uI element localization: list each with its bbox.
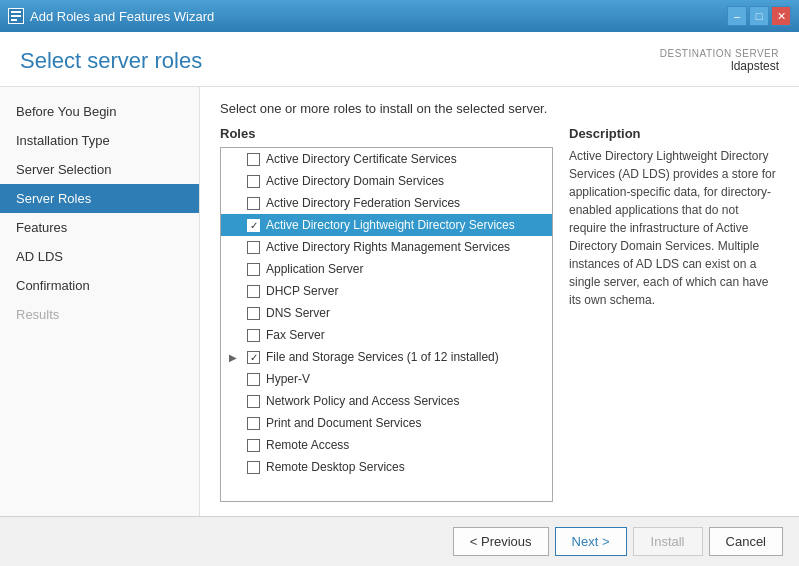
- role-name: Network Policy and Access Services: [266, 394, 459, 408]
- role-name: Remote Access: [266, 438, 349, 452]
- sidebar-item-confirmation[interactable]: Confirmation: [0, 271, 199, 300]
- roles-description-container: Roles Active Directory Certificate Servi…: [220, 126, 779, 502]
- role-item[interactable]: Active Directory Domain Services: [221, 170, 552, 192]
- header: Select server roles DESTINATION SERVER l…: [0, 32, 799, 87]
- role-item[interactable]: Hyper-V: [221, 368, 552, 390]
- role-item[interactable]: Active Directory Federation Services: [221, 192, 552, 214]
- role-item[interactable]: Print and Document Services: [221, 412, 552, 434]
- role-name: Active Directory Federation Services: [266, 196, 460, 210]
- role-item[interactable]: Fax Server: [221, 324, 552, 346]
- role-checkbox[interactable]: [247, 351, 260, 364]
- role-name: Hyper-V: [266, 372, 310, 386]
- role-item[interactable]: DHCP Server: [221, 280, 552, 302]
- sidebar-item-features[interactable]: Features: [0, 213, 199, 242]
- role-name: File and Storage Services (1 of 12 insta…: [266, 350, 499, 364]
- role-checkbox[interactable]: [247, 241, 260, 254]
- description-section: Description Active Directory Lightweight…: [569, 126, 779, 502]
- role-checkbox[interactable]: [247, 461, 260, 474]
- close-button[interactable]: ✕: [771, 6, 791, 26]
- role-checkbox[interactable]: [247, 153, 260, 166]
- role-item[interactable]: Active Directory Lightweight Directory S…: [221, 214, 552, 236]
- role-name: Remote Desktop Services: [266, 460, 405, 474]
- role-checkbox[interactable]: [247, 219, 260, 232]
- role-name: Fax Server: [266, 328, 325, 342]
- main-content: Select one or more roles to install on t…: [200, 87, 799, 516]
- role-item[interactable]: ▶File and Storage Services (1 of 12 inst…: [221, 346, 552, 368]
- sidebar-item-ad-lds[interactable]: AD LDS: [0, 242, 199, 271]
- role-checkbox[interactable]: [247, 373, 260, 386]
- titlebar-left: Add Roles and Features Wizard: [8, 8, 214, 24]
- destination-name: ldapstest: [660, 59, 779, 73]
- minimize-button[interactable]: –: [727, 6, 747, 26]
- role-item[interactable]: Active Directory Rights Management Servi…: [221, 236, 552, 258]
- expand-arrow-icon[interactable]: ▶: [229, 352, 241, 363]
- page-title: Select server roles: [20, 48, 202, 74]
- role-name: Active Directory Rights Management Servi…: [266, 240, 510, 254]
- main-window: Select server roles DESTINATION SERVER l…: [0, 32, 799, 566]
- footer: < Previous Next > Install Cancel: [0, 516, 799, 566]
- role-checkbox[interactable]: [247, 285, 260, 298]
- role-checkbox[interactable]: [247, 329, 260, 342]
- svg-rect-2: [11, 15, 21, 17]
- role-name: Active Directory Lightweight Directory S…: [266, 218, 515, 232]
- role-item[interactable]: Application Server: [221, 258, 552, 280]
- role-checkbox[interactable]: [247, 307, 260, 320]
- role-item[interactable]: DNS Server: [221, 302, 552, 324]
- role-checkbox[interactable]: [247, 439, 260, 452]
- next-button[interactable]: Next >: [555, 527, 627, 556]
- role-name: DNS Server: [266, 306, 330, 320]
- sidebar-item-server-roles[interactable]: Server Roles: [0, 184, 199, 213]
- role-checkbox[interactable]: [247, 197, 260, 210]
- role-checkbox[interactable]: [247, 175, 260, 188]
- restore-button[interactable]: □: [749, 6, 769, 26]
- role-name: Print and Document Services: [266, 416, 421, 430]
- role-item[interactable]: Network Policy and Access Services: [221, 390, 552, 412]
- sidebar: Before You BeginInstallation TypeServer …: [0, 87, 200, 516]
- sidebar-item-server-selection[interactable]: Server Selection: [0, 155, 199, 184]
- role-checkbox[interactable]: [247, 263, 260, 276]
- role-name: Active Directory Domain Services: [266, 174, 444, 188]
- role-checkbox[interactable]: [247, 395, 260, 408]
- destination-server: DESTINATION SERVER ldapstest: [660, 48, 779, 73]
- titlebar-controls: – □ ✕: [727, 6, 791, 26]
- roles-label: Roles: [220, 126, 553, 141]
- role-name: Application Server: [266, 262, 363, 276]
- instruction-text: Select one or more roles to install on t…: [220, 101, 779, 116]
- role-name: DHCP Server: [266, 284, 338, 298]
- description-label: Description: [569, 126, 779, 141]
- cancel-button[interactable]: Cancel: [709, 527, 783, 556]
- svg-rect-1: [11, 11, 21, 13]
- description-text: Active Directory Lightweight Directory S…: [569, 147, 779, 309]
- role-item[interactable]: Remote Desktop Services: [221, 456, 552, 478]
- sidebar-item-results: Results: [0, 300, 199, 329]
- roles-section: Roles Active Directory Certificate Servi…: [220, 126, 553, 502]
- role-item[interactable]: Active Directory Certificate Services: [221, 148, 552, 170]
- role-item[interactable]: Remote Access: [221, 434, 552, 456]
- roles-listbox[interactable]: Active Directory Certificate ServicesAct…: [220, 147, 553, 502]
- sidebar-item-installation-type[interactable]: Installation Type: [0, 126, 199, 155]
- role-name: Active Directory Certificate Services: [266, 152, 457, 166]
- previous-button[interactable]: < Previous: [453, 527, 549, 556]
- destination-label: DESTINATION SERVER: [660, 48, 779, 59]
- wizard-icon: [8, 8, 24, 24]
- svg-rect-3: [11, 19, 17, 21]
- sidebar-item-before-you-begin[interactable]: Before You Begin: [0, 97, 199, 126]
- titlebar: Add Roles and Features Wizard – □ ✕: [0, 0, 799, 32]
- install-button[interactable]: Install: [633, 527, 703, 556]
- role-checkbox[interactable]: [247, 417, 260, 430]
- titlebar-title: Add Roles and Features Wizard: [30, 9, 214, 24]
- content-area: Before You BeginInstallation TypeServer …: [0, 87, 799, 516]
